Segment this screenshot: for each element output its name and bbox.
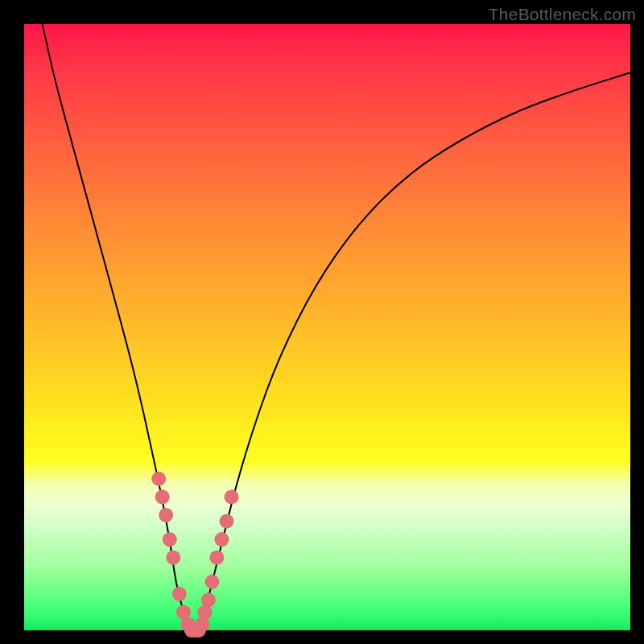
svg-point-5: [172, 587, 187, 601]
svg-point-13: [214, 532, 229, 547]
svg-point-12: [209, 551, 224, 565]
svg-point-4: [166, 551, 180, 565]
svg-point-0: [151, 472, 166, 486]
data-dots-base: [184, 623, 206, 638]
svg-point-3: [163, 532, 177, 547]
curve-path: [43, 24, 630, 630]
svg-point-10: [201, 592, 216, 607]
watermark-text: TheBottleneck.com: [489, 5, 636, 24]
svg-point-2: [159, 508, 173, 522]
data-dots-left: [151, 472, 195, 632]
svg-point-11: [204, 575, 219, 589]
svg-point-14: [220, 514, 234, 528]
svg-point-15: [225, 489, 239, 504]
data-dots-right: [195, 489, 238, 631]
svg-point-18: [192, 623, 206, 638]
plot-area: [24, 24, 630, 630]
svg-point-1: [155, 489, 170, 504]
bottleneck-curve: [24, 24, 630, 630]
